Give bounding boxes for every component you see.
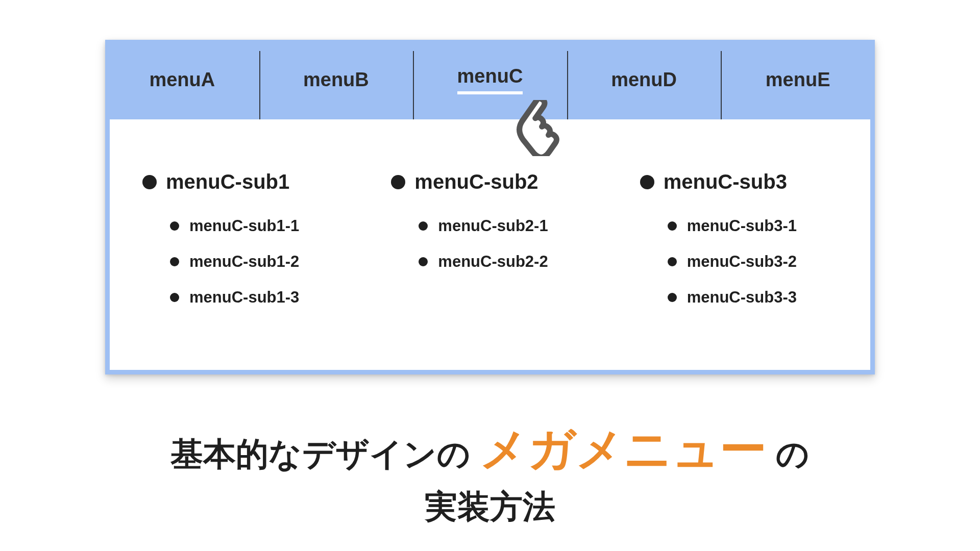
menu-item-e[interactable]: menuE	[721, 40, 875, 119]
mega-subitem[interactable]: menuC-sub2-2	[419, 253, 589, 271]
caption-prefix: 基本的なデザインの	[170, 436, 471, 472]
mega-column-1: menuC-sub1 menuC-sub1-1 menuC-sub1-2 men…	[142, 170, 340, 324]
mega-sublist: menuC-sub3-1 menuC-sub3-2 menuC-sub3-3	[640, 217, 838, 307]
mega-subitem-label: menuC-sub1-2	[189, 253, 299, 271]
caption-line2: 実装方法	[0, 485, 980, 529]
menu-bar: menuA menuB menuC menuD menuE	[105, 40, 875, 119]
menu-item-b[interactable]: menuB	[259, 40, 413, 119]
menu-label: menuB	[303, 69, 369, 91]
menu-label: menuD	[611, 69, 677, 91]
mega-subitem[interactable]: menuC-sub3-3	[668, 288, 838, 307]
mega-subitem[interactable]: menuC-sub1-3	[170, 288, 340, 307]
diagram-stage: menuA menuB menuC menuD menuE menuC-sub1	[0, 0, 980, 551]
bullet-icon	[170, 257, 179, 266]
mega-subitem[interactable]: menuC-sub1-2	[170, 253, 340, 271]
mega-subitem-label: menuC-sub1-1	[189, 217, 299, 235]
bullet-icon	[668, 221, 677, 231]
mega-subitem[interactable]: menuC-sub3-2	[668, 253, 838, 271]
bullet-icon	[640, 175, 654, 189]
menu-item-d[interactable]: menuD	[567, 40, 721, 119]
mega-column-3: menuC-sub3 menuC-sub3-1 menuC-sub3-2 men…	[640, 170, 838, 324]
bullet-icon	[419, 257, 428, 266]
menu-label: menuC	[457, 65, 523, 94]
mega-subitem-label: menuC-sub3-2	[687, 253, 797, 271]
mega-heading-label: menuC-sub2	[414, 170, 538, 193]
mega-subitem-label: menuC-sub2-1	[438, 217, 548, 235]
caption-accent: メガメニュー	[480, 423, 767, 475]
caption-suffix: の	[776, 436, 810, 472]
mega-menu: menuA menuB menuC menuD menuE menuC-sub1	[105, 40, 875, 374]
mega-column-2: menuC-sub2 menuC-sub2-1 menuC-sub2-2	[391, 170, 589, 324]
mega-subitem-label: menuC-sub3-3	[687, 288, 797, 307]
caption: 基本的なデザインの メガメニュー の 実装方法	[0, 417, 980, 529]
bullet-icon	[391, 175, 405, 189]
menu-label: menuA	[149, 69, 215, 91]
bullet-icon	[170, 221, 179, 231]
mega-heading[interactable]: menuC-sub3	[640, 170, 838, 193]
menu-item-a[interactable]: menuA	[105, 40, 259, 119]
mega-subitem[interactable]: menuC-sub3-1	[668, 217, 838, 235]
mega-subitem[interactable]: menuC-sub1-1	[170, 217, 340, 235]
mega-subitem-label: menuC-sub2-2	[438, 253, 548, 271]
mega-heading[interactable]: menuC-sub2	[391, 170, 589, 193]
bullet-icon	[142, 175, 157, 189]
menu-item-c[interactable]: menuC	[413, 40, 567, 119]
bullet-icon	[170, 293, 179, 302]
menu-label: menuE	[766, 69, 830, 91]
mega-subitem-label: menuC-sub3-1	[687, 217, 797, 235]
mega-panel: menuC-sub1 menuC-sub1-1 menuC-sub1-2 men…	[105, 119, 875, 374]
bullet-icon	[668, 293, 677, 302]
mega-heading-label: menuC-sub1	[166, 170, 289, 193]
bullet-icon	[668, 257, 677, 266]
mega-heading[interactable]: menuC-sub1	[142, 170, 340, 193]
mega-subitem[interactable]: menuC-sub2-1	[419, 217, 589, 235]
bullet-icon	[419, 221, 428, 231]
mega-heading-label: menuC-sub3	[664, 170, 787, 193]
mega-subitem-label: menuC-sub1-3	[189, 288, 299, 307]
mega-sublist: menuC-sub2-1 menuC-sub2-2	[391, 217, 589, 271]
mega-sublist: menuC-sub1-1 menuC-sub1-2 menuC-sub1-3	[142, 217, 340, 307]
